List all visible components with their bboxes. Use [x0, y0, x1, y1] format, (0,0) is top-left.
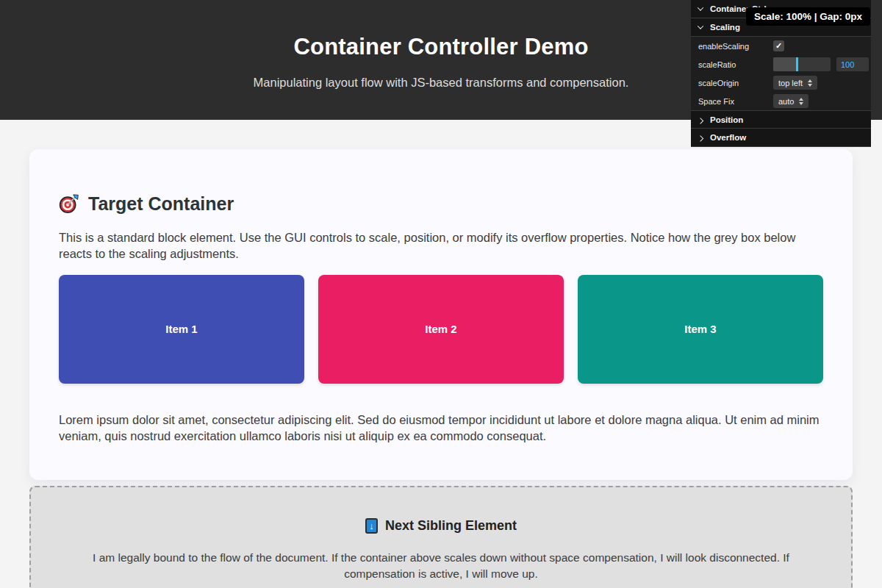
target-container-card: Target Container This is a standard bloc… — [29, 149, 853, 480]
enable-scaling-checkbox[interactable]: ✓ — [773, 40, 784, 51]
scale-origin-value: top left — [778, 79, 803, 87]
card-heading: Target Container — [59, 193, 823, 215]
sibling-text: I am legally bound to the flow of the do… — [72, 550, 810, 583]
next-sibling-element: ↓ Next Sibling Element I am legally boun… — [29, 486, 853, 588]
gui-row-scale-ratio: scaleRatio — [691, 55, 871, 74]
select-updown-icon — [799, 98, 803, 105]
page-subtitle: Manipulating layout flow with JS-based t… — [254, 76, 629, 90]
item-label: Item 1 — [165, 323, 197, 335]
scale-ratio-label: scaleRatio — [698, 60, 773, 69]
sibling-heading-label: Next Sibling Element — [385, 518, 517, 534]
gui-folder-position[interactable]: Position — [691, 110, 871, 129]
slider-cursor[interactable] — [796, 57, 798, 71]
item-label: Item 3 — [684, 323, 716, 335]
item-box-2: Item 2 — [318, 275, 564, 384]
gui-row-enable-scaling: enableScaling ✓ — [691, 37, 871, 55]
chevron-right-icon — [698, 118, 703, 123]
scale-origin-select[interactable]: top left — [773, 76, 817, 90]
sibling-heading: ↓ Next Sibling Element — [365, 518, 517, 534]
scale-gap-hud: Scale: 100% | Gap: 0px — [746, 7, 870, 26]
space-fix-label: Space Fix — [698, 97, 773, 106]
gui-row-scale-origin: scaleOrigin top left — [691, 74, 871, 92]
card-heading-label: Target Container — [88, 193, 234, 215]
scale-ratio-slider[interactable] — [773, 57, 831, 71]
slider-fill — [773, 57, 796, 71]
gui-row-space-fix: Space Fix auto — [691, 92, 871, 110]
target-icon — [59, 194, 79, 214]
space-fix-value: auto — [778, 97, 794, 106]
lorem-paragraph: Lorem ipsum dolor sit amet, consectetur … — [59, 412, 823, 445]
gui-folder-scaling-label: Scaling — [710, 23, 740, 32]
items-row: Item 1 Item 2 Item 3 — [59, 275, 823, 384]
space-fix-select[interactable]: auto — [773, 94, 808, 108]
scale-ratio-input[interactable] — [836, 57, 869, 71]
scale-origin-label: scaleOrigin — [698, 79, 773, 87]
down-arrow-icon: ↓ — [365, 518, 378, 534]
page-title: Container Controller Demo — [293, 34, 588, 60]
card-description: This is a standard block element. Use th… — [59, 229, 823, 262]
chevron-down-icon — [698, 4, 703, 10]
item-box-1: Item 1 — [59, 275, 304, 384]
item-label: Item 2 — [425, 323, 456, 335]
gui-folder-overflow-label: Overflow — [710, 133, 746, 142]
enable-scaling-label: enableScaling — [698, 42, 773, 51]
select-updown-icon — [808, 79, 812, 87]
gui-folder-position-label: Position — [710, 115, 743, 124]
chevron-right-icon — [698, 135, 703, 141]
chevron-down-icon — [698, 23, 703, 29]
gui-folder-overflow[interactable]: Overflow — [691, 129, 871, 147]
item-box-3: Item 3 — [578, 275, 823, 384]
